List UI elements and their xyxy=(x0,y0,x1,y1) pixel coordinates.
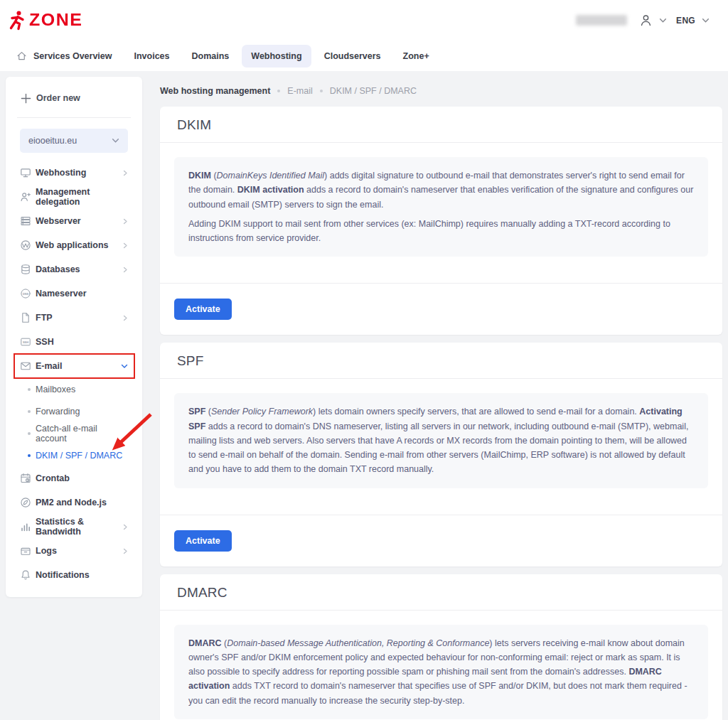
card-header: DKIM xyxy=(160,107,722,143)
masked-username xyxy=(576,15,627,26)
info-paragraph: DMARC (Domain-based Message Authenticati… xyxy=(188,636,694,708)
domain-select[interactable]: eiooeituu.eu xyxy=(20,129,128,153)
content: Order new eiooeituu.eu WebhostingManagem… xyxy=(0,71,728,720)
chevron-right-icon xyxy=(122,267,128,273)
language-chevron-down-icon[interactable] xyxy=(702,18,710,23)
user-menu-chevron-down-icon[interactable] xyxy=(659,18,667,23)
cards-container: DKIMDKIM (DomainKeys Identified Mail) ad… xyxy=(160,107,722,720)
main-content: Web hosting managementE-mailDKIM / SPF /… xyxy=(160,77,722,720)
sidebar-item-webserver[interactable]: Webserver xyxy=(20,209,128,233)
sidebar-subitem-label: DKIM / SPF / DMARC xyxy=(36,451,122,461)
sidebar-item-databases[interactable]: Databases xyxy=(20,257,128,281)
sidebar-item-label: PM2 and Node.js xyxy=(36,498,107,507)
nav-item-label: Services Overview xyxy=(33,51,112,61)
sidebar: Order new eiooeituu.eu WebhostingManagem… xyxy=(6,77,142,597)
server-icon xyxy=(20,215,31,227)
user-icon[interactable] xyxy=(639,14,653,27)
sidebar-item-web-applications[interactable]: Web applications xyxy=(20,233,128,257)
chevron-right-icon xyxy=(122,170,128,176)
svg-text:DNS: DNS xyxy=(23,293,28,296)
chevron-right-icon xyxy=(122,242,128,249)
runner-icon xyxy=(7,10,26,31)
sidebar-item-webhosting[interactable]: Webhosting xyxy=(20,161,128,185)
ssh-icon: SSH xyxy=(20,336,31,348)
sidebar-subitem-catch-all-e-mail-account[interactable]: Catch-all e-mail account xyxy=(20,422,128,444)
domain-select-value: eiooeituu.eu xyxy=(28,136,77,146)
nav-item-invoices[interactable]: Invoices xyxy=(125,45,179,68)
chevron-down-icon xyxy=(121,364,128,369)
sidebar-item-notifications[interactable]: Notifications xyxy=(20,563,128,587)
sidebar-subitem-mailboxes[interactable]: Mailboxes xyxy=(20,378,128,400)
zone-logo[interactable]: ZONE xyxy=(7,10,82,31)
spf-activate-button[interactable]: Activate xyxy=(174,530,232,552)
person-plus-icon xyxy=(20,191,31,203)
app: ZONE ENG Services OverviewInvoicesDomain… xyxy=(0,0,728,720)
card-spf: SPFSPF (Sender Policy Framework) lets do… xyxy=(160,343,722,566)
nav-item-webhosting[interactable]: Webhosting xyxy=(242,45,311,68)
language-selector[interactable]: ENG xyxy=(676,16,695,26)
sidebar-item-e-mail[interactable]: E-mail xyxy=(20,354,128,378)
bullet-icon xyxy=(28,454,31,457)
sidebar-subitem-forwarding[interactable]: Forwarding xyxy=(20,400,128,422)
sidebar-item-nameserver[interactable]: DNSNameserver xyxy=(20,281,128,306)
breadcrumb-separator xyxy=(277,90,280,92)
chevron-right-icon xyxy=(122,524,128,530)
bullet-icon xyxy=(28,410,31,413)
chevron-down-icon xyxy=(112,138,119,144)
chevron-right-icon xyxy=(122,548,128,554)
breadcrumb-item-web-hosting-management: Web hosting management xyxy=(160,86,270,96)
card-title-dmarc: DMARC xyxy=(177,585,705,601)
sidebar-item-logs[interactable]: Logs xyxy=(20,539,128,563)
sidebar-item-pm2-and-node-js[interactable]: PM2 and Node.js xyxy=(20,490,128,515)
sidebar-item-label: Webhosting xyxy=(36,168,86,178)
svg-text:SSH: SSH xyxy=(23,340,28,344)
breadcrumb-separator xyxy=(320,90,323,92)
nav-item-zone[interactable]: Zone+ xyxy=(394,45,439,68)
nav-item-label: Webhosting xyxy=(251,51,301,61)
chevron-right-icon xyxy=(122,218,128,225)
sidebar-item-statistics-bandwidth[interactable]: Statistics & Bandwidth xyxy=(20,515,128,539)
nav-item-services-overview[interactable]: Services Overview xyxy=(7,44,122,68)
sidebar-item-label: E-mail xyxy=(36,361,63,371)
order-new-button[interactable]: Order new xyxy=(20,88,128,108)
sidebar-item-label: Logs xyxy=(36,546,57,556)
sidebar-subitem-dkim-spf-dmarc[interactable]: DKIM / SPF / DMARC xyxy=(20,444,128,466)
card-body: SPF (Sender Policy Framework) lets domai… xyxy=(160,379,722,514)
sidebar-item-label: Web applications xyxy=(36,240,109,250)
info-paragraph: SPF (Sender Policy Framework) lets domai… xyxy=(188,404,694,476)
monitor-icon xyxy=(20,167,31,178)
nav-item-cloudservers[interactable]: Cloudservers xyxy=(315,45,390,68)
chevron-right-icon xyxy=(122,315,128,321)
sidebar-subitem-label: Forwarding xyxy=(36,407,80,417)
breadcrumb: Web hosting managementE-mailDKIM / SPF /… xyxy=(160,86,722,96)
logs-icon xyxy=(20,545,31,557)
sidebar-item-crontab[interactable]: Crontab xyxy=(20,466,128,490)
sidebar-item-ftp[interactable]: FTP xyxy=(20,306,128,330)
sidebar-item-management-delegation[interactable]: Management delegation xyxy=(20,185,128,209)
wordpress-icon xyxy=(20,240,31,251)
sidebar-item-label: Nameserver xyxy=(36,289,87,299)
sidebar-divider xyxy=(17,117,131,118)
info-box-spf: SPF (Sender Policy Framework) lets domai… xyxy=(174,393,708,488)
nav-item-label: Domains xyxy=(192,51,230,61)
bullet-icon xyxy=(28,432,31,435)
top-header: ZONE ENG Services OverviewInvoicesDomain… xyxy=(0,0,728,71)
info-box-dmarc: DMARC (Domain-based Message Authenticati… xyxy=(174,625,708,719)
card-header: DMARC xyxy=(160,574,722,611)
sidebar-subitem-label: Mailboxes xyxy=(36,385,75,394)
card-title-spf: SPF xyxy=(177,353,705,369)
breadcrumb-item-e-mail[interactable]: E-mail xyxy=(287,86,312,96)
breadcrumb-item-dkim-spf-dmarc: DKIM / SPF / DMARC xyxy=(330,86,417,96)
card-footer: Activate xyxy=(160,515,722,566)
nav-item-label: Invoices xyxy=(134,51,170,61)
card-footer: Activate xyxy=(160,283,722,335)
nav-item-domains[interactable]: Domains xyxy=(183,45,239,68)
dkim-activate-button[interactable]: Activate xyxy=(174,299,232,320)
sidebar-item-label: SSH xyxy=(36,337,54,347)
order-new-label: Order new xyxy=(36,93,80,103)
plus-icon xyxy=(20,92,32,104)
info-box-dkim: DKIM (DomainKeys Identified Mail) adds d… xyxy=(174,157,708,257)
dns-icon: DNS xyxy=(20,288,31,299)
sidebar-item-ssh[interactable]: SSHSSH xyxy=(20,330,128,354)
sidebar-subitem-label: Catch-all e-mail account xyxy=(36,424,128,444)
